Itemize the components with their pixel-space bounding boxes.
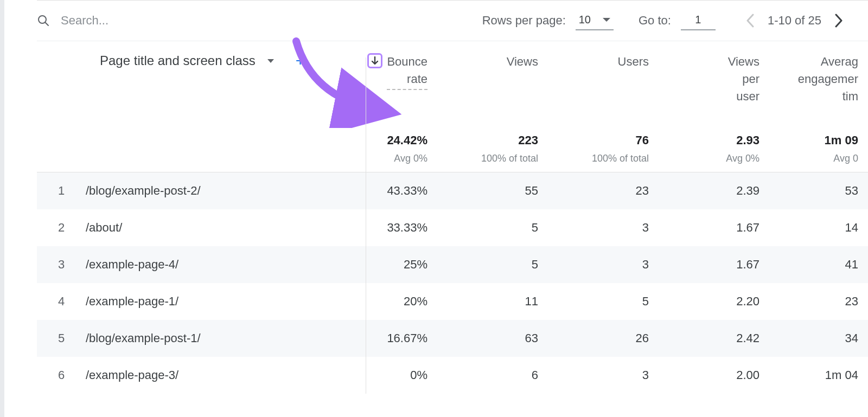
goto-label: Go to: [639, 14, 671, 28]
row-views: 63 [437, 331, 548, 345]
table-row[interactable]: 4/example-page-1/20%1152.2023 [37, 283, 868, 320]
column-header-line: engagemer [798, 70, 858, 88]
summary-views-sub: 100% of total [437, 153, 538, 164]
row-vpu: 2.42 [659, 331, 769, 345]
row-views: 6 [437, 368, 548, 382]
column-header-avg-engagement[interactable]: Averagengagemertim [798, 53, 858, 105]
row-users: 5 [548, 294, 659, 309]
data-table: Page title and screen class + Bouncerate [37, 41, 868, 394]
row-dimension[interactable]: /example-page-4/ [86, 258, 329, 272]
column-header-line: per [728, 70, 760, 88]
row-avg: 34 [769, 331, 868, 345]
column-header-line: Averag [798, 53, 858, 70]
row-views: 11 [437, 294, 548, 309]
column-headers: Page title and screen class + Bouncerate [37, 41, 868, 115]
rows-per-page-select[interactable]: 10 [576, 11, 614, 30]
row-users: 3 [548, 221, 659, 235]
rows-per-page-label: Rows per page: [482, 14, 566, 28]
column-header-line: Views [507, 53, 538, 70]
search-icon [37, 14, 50, 27]
chevron-down-icon [267, 59, 274, 63]
row-avg: 41 [769, 258, 868, 272]
summary-bounce-sub: Avg 0% [329, 153, 427, 164]
row-avg: 14 [769, 221, 868, 235]
row-views: 5 [437, 258, 548, 272]
prev-page-button[interactable] [743, 10, 758, 31]
row-users: 3 [548, 258, 659, 272]
row-users: 23 [548, 184, 659, 198]
row-avg: 23 [769, 294, 868, 309]
summary-users-sub: 100% of total [548, 153, 649, 164]
table-row[interactable]: 3/example-page-4/25%531.6741 [37, 246, 868, 283]
row-bounce: 33.33% [329, 221, 437, 235]
row-dimension[interactable]: /blog/example-post-1/ [86, 331, 329, 345]
table-row[interactable]: 6/example-page-3/0%632.001m 04 [37, 357, 868, 394]
column-header-line: user [728, 88, 760, 105]
goto-page-input[interactable] [681, 11, 716, 30]
rows-per-page-value: 10 [579, 14, 591, 26]
left-edge [0, 0, 4, 417]
row-dimension[interactable]: /about/ [86, 221, 329, 235]
summary-avg: 1m 09 [769, 133, 858, 147]
dimension-label: Page title and screen class [100, 53, 256, 68]
row-vpu: 1.67 [659, 258, 769, 272]
summary-views: 223 [437, 133, 538, 147]
table-toolbar: Rows per page: 10 Go to: 1-10 of 25 [37, 0, 868, 41]
row-index: 1 [37, 184, 86, 198]
row-bounce: 43.33% [329, 184, 437, 198]
row-index: 3 [37, 258, 86, 272]
column-header-line: rate [387, 70, 427, 88]
table-row[interactable]: 1/blog/example-post-2/43.33%55232.3953 [37, 172, 868, 209]
column-header-bounce[interactable]: Bouncerate [387, 53, 427, 90]
row-users: 3 [548, 368, 659, 382]
summary-row: 24.42% Avg 0% 223 100% of total 76 100% … [37, 115, 868, 172]
chevron-down-icon [603, 18, 610, 22]
table-row[interactable]: 5/blog/example-post-1/16.67%63262.4234 [37, 320, 868, 357]
row-dimension[interactable]: /blog/example-post-2/ [86, 184, 329, 198]
column-header-line: tim [798, 88, 858, 105]
table-body: 1/blog/example-post-2/43.33%55232.39532/… [37, 172, 868, 394]
page-range-label: 1-10 of 25 [768, 14, 821, 28]
row-bounce: 16.67% [329, 331, 437, 345]
summary-vpu-sub: Avg 0% [659, 153, 760, 164]
row-dimension[interactable]: /example-page-1/ [86, 294, 329, 309]
row-index: 2 [37, 221, 86, 235]
dimension-picker[interactable]: Page title and screen class + [86, 53, 329, 68]
row-vpu: 2.39 [659, 184, 769, 198]
column-header-vpu[interactable]: Viewsperuser [728, 53, 760, 105]
row-vpu: 1.67 [659, 221, 769, 235]
table-row[interactable]: 2/about/33.33%531.6714 [37, 209, 868, 246]
summary-bounce: 24.42% [329, 133, 427, 147]
column-header-line: Users [618, 53, 649, 70]
row-bounce: 25% [329, 258, 437, 272]
svg-line-1 [45, 22, 48, 25]
column-header-views[interactable]: Views [507, 53, 538, 70]
sort-desc-button[interactable] [367, 53, 382, 68]
row-vpu: 2.00 [659, 368, 769, 382]
row-views: 5 [437, 221, 548, 235]
column-header-line: Bounce [387, 53, 427, 70]
column-header-line: Views [728, 53, 760, 70]
summary-vpu: 2.93 [659, 133, 760, 147]
next-page-button[interactable] [831, 10, 846, 31]
row-users: 26 [548, 331, 659, 345]
row-avg: 53 [769, 184, 868, 198]
add-dimension-button[interactable]: + [296, 55, 305, 66]
row-views: 55 [437, 184, 548, 198]
row-index: 4 [37, 294, 86, 309]
row-avg: 1m 04 [769, 368, 868, 382]
search-input[interactable] [60, 13, 201, 28]
row-bounce: 0% [329, 368, 437, 382]
row-index: 6 [37, 368, 86, 382]
row-bounce: 20% [329, 294, 437, 309]
row-vpu: 2.20 [659, 294, 769, 309]
summary-avg-sub: Avg 0 [769, 153, 858, 164]
summary-users: 76 [548, 133, 649, 147]
row-index: 5 [37, 331, 86, 345]
column-header-users[interactable]: Users [618, 53, 649, 70]
row-dimension[interactable]: /example-page-3/ [86, 368, 329, 382]
